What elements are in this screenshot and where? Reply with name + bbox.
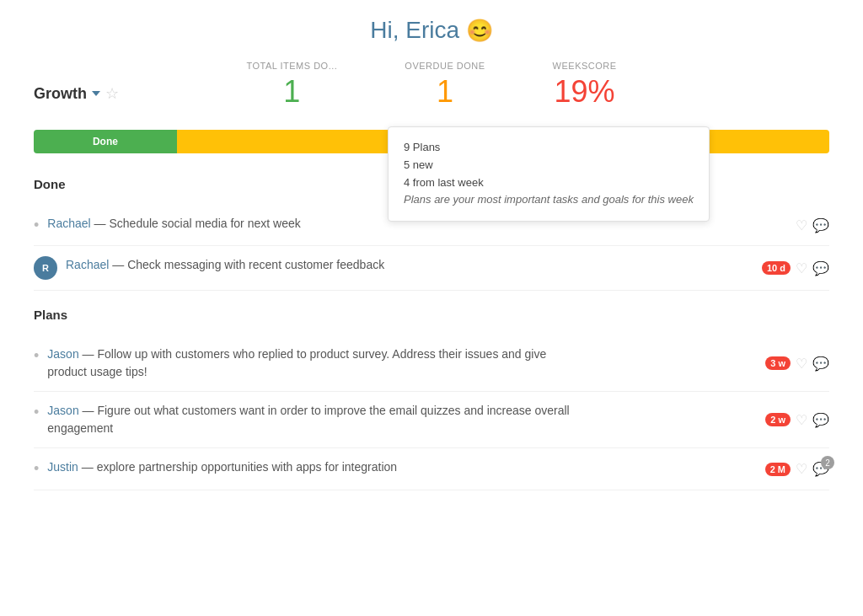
table-row: R Rachael — Check messaging with recent … [34, 246, 829, 291]
task-author[interactable]: Rachael [66, 258, 109, 271]
stat-overdue-value: 1 [405, 74, 485, 110]
heart-icon[interactable]: ♡ [796, 461, 807, 477]
comment-icon[interactable]: 💬 [812, 412, 829, 428]
overdue-badge: 10 d [762, 261, 791, 275]
heart-icon[interactable]: ♡ [796, 412, 807, 428]
comment-icon[interactable]: 💬 [812, 260, 829, 276]
task-text: Justin — explore partnership opportuniti… [47, 458, 397, 476]
task-description: — explore partnership opportunities with… [78, 460, 397, 474]
page-title: Hi, Erica 😊 [34, 17, 829, 44]
comment-icon[interactable]: 💬 [812, 356, 829, 372]
table-row: • Jason — Follow up with customers who r… [34, 335, 829, 392]
age-badge: 2 w [765, 413, 791, 426]
task-description: — Figure out what customers want in orde… [47, 404, 569, 435]
age-badge: 2 M [765, 463, 791, 476]
task-author[interactable]: Jason [47, 404, 78, 417]
stat-weekscore: WEEKSCORE 19% [553, 61, 617, 110]
tooltip-line3: 4 from last week [404, 174, 694, 192]
task-left: • Jason — Follow up with customers who r… [34, 345, 752, 381]
task-right: 10 d ♡ 💬 [762, 260, 829, 276]
task-author[interactable]: Justin [47, 460, 78, 474]
task-description: — Schedule social media for next week [91, 217, 301, 230]
task-left: R Rachael — Check messaging with recent … [34, 256, 748, 280]
stat-total-value: 1 [246, 74, 337, 110]
task-description: — Follow up with customers who replied t… [47, 347, 546, 378]
task-right: ♡ 💬 [796, 217, 829, 233]
tooltip-italic: Plans are your most important tasks and … [404, 191, 694, 209]
comment-count-badge: 2 [821, 456, 834, 469]
bullet-icon: • [34, 346, 39, 366]
task-left: • Justin — explore partnership opportuni… [34, 458, 752, 479]
task-right: 3 w ♡ 💬 [765, 356, 829, 372]
stat-total-label: TOTAL ITEMS DO... [246, 61, 337, 71]
stat-overdue: OVERDUE DONE 1 [405, 61, 485, 110]
heart-icon[interactable]: ♡ [796, 217, 807, 233]
stat-weekscore-value: 19% [553, 74, 617, 110]
task-right: 2 M ♡ 💬 2 [765, 461, 829, 477]
table-row: • Jason — Figure out what customers want… [34, 392, 829, 448]
comment-icon-with-count[interactable]: 💬 2 [812, 461, 829, 477]
progress-done-segment: Done [34, 130, 177, 153]
heart-icon[interactable]: ♡ [796, 356, 807, 372]
age-badge: 3 w [765, 356, 791, 370]
stats-row: TOTAL ITEMS DO... 1 OVERDUE DONE 1 WEEKS… [34, 61, 829, 110]
plans-section-title: Plans [34, 308, 829, 322]
table-row: • Justin — explore partnership opportuni… [34, 448, 829, 490]
stat-total-items: TOTAL ITEMS DO... 1 [246, 61, 337, 110]
avatar: R [34, 256, 57, 280]
bullet-icon: • [34, 459, 39, 479]
page-header: Hi, Erica 😊 [34, 17, 829, 44]
task-text: Rachael — Check messaging with recent cu… [66, 256, 384, 274]
dropdown-arrow-icon [92, 91, 100, 96]
task-author[interactable]: Rachael [47, 217, 90, 230]
task-right: 2 w ♡ 💬 [765, 412, 829, 428]
task-description: — Check messaging with recent customer f… [109, 258, 384, 271]
task-author[interactable]: Jason [47, 347, 78, 361]
task-text: Rachael — Schedule social media for next… [47, 215, 300, 233]
star-icon[interactable]: ☆ [105, 84, 119, 103]
stat-overdue-label: OVERDUE DONE [405, 61, 485, 71]
comment-icon[interactable]: 💬 [812, 217, 829, 233]
growth-selector[interactable]: Growth ☆ [34, 84, 119, 103]
tooltip-line2: 5 new [404, 157, 694, 174]
task-text: Jason — Follow up with customers who rep… [47, 345, 587, 381]
header-emoji: 😊 [466, 18, 493, 43]
bullet-icon: • [34, 403, 39, 422]
plans-tooltip: 9 Plans 5 new 4 from last week Plans are… [388, 126, 710, 222]
bullet-icon: • [34, 216, 39, 235]
tooltip-line1: 9 Plans [404, 139, 694, 157]
heart-icon[interactable]: ♡ [796, 260, 807, 276]
stat-weekscore-label: WEEKSCORE [553, 61, 617, 71]
growth-label: Growth [34, 85, 87, 103]
plans-section: Plans • Jason — Follow up with customers… [34, 308, 829, 490]
task-text: Jason — Figure out what customers want i… [47, 402, 587, 437]
task-left: • Jason — Figure out what customers want… [34, 402, 752, 437]
